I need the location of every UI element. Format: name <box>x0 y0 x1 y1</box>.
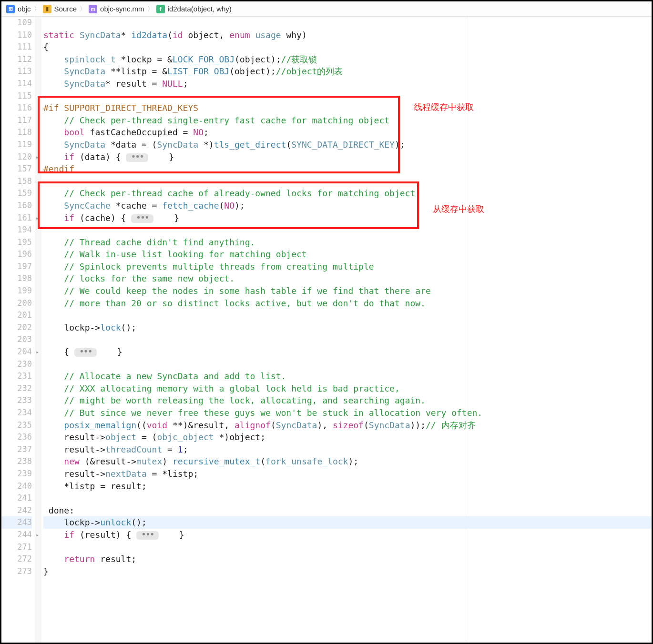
line-number: 230 <box>1 358 32 371</box>
code-line[interactable]: posix_memalign((void **)&result, alignof… <box>43 419 652 432</box>
bc-symbol[interactable]: id2data(object, why) <box>168 5 232 13</box>
code-line[interactable] <box>43 224 652 236</box>
line-number: 198 <box>1 272 32 285</box>
code-line[interactable]: lockp->unlock(); <box>43 516 652 529</box>
code-line[interactable]: return result; <box>43 553 652 565</box>
fold-ellipsis[interactable]: ••• <box>74 348 97 357</box>
code-line[interactable]: // Spinlock prevents multiple threads fr… <box>43 261 652 273</box>
line-number: 109 <box>1 17 32 29</box>
code-line[interactable]: // We could keep the nodes in some hash … <box>43 285 652 297</box>
code-line[interactable] <box>43 541 652 553</box>
code-line[interactable]: lockp->lock(); <box>43 322 652 334</box>
file-icon: m <box>89 5 97 13</box>
fold-arrow-icon[interactable]: ▸ <box>36 533 41 537</box>
func-icon: f <box>156 5 165 13</box>
line-number: 117 <box>1 114 32 127</box>
code-line[interactable]: if (result) { ••• } <box>43 529 652 541</box>
code-line[interactable]: *listp = result; <box>43 480 652 493</box>
line-number: 196 <box>1 248 32 261</box>
code-line[interactable]: // Thread cache didn't find anything. <box>43 236 652 249</box>
code-line[interactable]: // XXX allocating memory with a global l… <box>43 382 652 395</box>
line-number: 237 <box>1 443 32 456</box>
code-line[interactable] <box>43 358 652 371</box>
code-line[interactable]: result->threadCount = 1; <box>43 443 652 456</box>
breadcrumb[interactable]: ⊞ objc 〉 ▮ Source 〉 m objc-sync.mm 〉 f i… <box>1 1 652 17</box>
line-number: 161 <box>1 212 32 224</box>
line-number: 195 <box>1 236 32 249</box>
code-line[interactable]: // Walk in-use list looking for matching… <box>43 248 652 261</box>
annotation-1: 线程缓存中获取 <box>414 101 474 113</box>
line-number: 203 <box>1 333 32 346</box>
code-line[interactable]: { ••• } <box>43 346 652 358</box>
code-line[interactable] <box>43 309 652 322</box>
bc-project[interactable]: objc <box>18 5 31 13</box>
code-editor[interactable]: 1091101111121131141151161171181191201571… <box>1 17 652 643</box>
line-number: 242 <box>1 504 32 517</box>
line-number: 233 <box>1 394 32 407</box>
fold-arrow-icon[interactable]: ▸ <box>36 350 41 354</box>
fold-column[interactable]: ▸▸▸▸ <box>35 17 41 643</box>
code-line[interactable] <box>43 492 652 504</box>
line-number: 201 <box>1 309 32 322</box>
project-icon: ⊞ <box>6 5 15 13</box>
code-line[interactable]: bool fastCacheOccupied = NO; <box>43 126 652 139</box>
line-number: 241 <box>1 492 32 504</box>
code-line[interactable]: // Check per-thread cache of already-own… <box>43 187 652 200</box>
line-number: 199 <box>1 285 32 297</box>
code-line[interactable] <box>43 90 652 102</box>
code-line[interactable]: } <box>43 565 652 578</box>
fold-arrow-icon[interactable]: ▸ <box>36 155 41 160</box>
code-line[interactable]: if (data) { ••• } <box>43 151 652 163</box>
code-line[interactable]: SyncData* result = NULL; <box>43 78 652 90</box>
code-line[interactable]: // But since we never free these guys we… <box>43 407 652 419</box>
line-number: 244 <box>1 529 32 541</box>
code-line[interactable]: result->nextData = *listp; <box>43 468 652 480</box>
code-line[interactable] <box>43 17 652 29</box>
code-line[interactable] <box>43 333 652 346</box>
line-number: 157 <box>1 163 32 175</box>
code-line[interactable]: SyncCache *cache = fetch_cache(NO); <box>43 200 652 212</box>
line-number: 160 <box>1 200 32 212</box>
fold-ellipsis[interactable]: ••• <box>131 214 153 223</box>
fold-ellipsis[interactable]: ••• <box>136 531 159 540</box>
code-line[interactable]: SyncData **listp = &LIST_FOR_OBJ(object)… <box>43 65 652 78</box>
bc-file[interactable]: objc-sync.mm <box>100 5 144 13</box>
code-line[interactable]: spinlock_t *lockp = &LOCK_FOR_OBJ(object… <box>43 53 652 66</box>
line-number: 115 <box>1 90 32 102</box>
code-line[interactable]: done: <box>43 504 652 517</box>
code-line[interactable]: // Allocate a new SyncData and add to li… <box>43 370 652 382</box>
code-line[interactable]: // more than 20 or so distinct locks act… <box>43 297 652 310</box>
line-number: 194 <box>1 224 32 236</box>
fold-arrow-icon[interactable]: ▸ <box>36 216 41 221</box>
line-number: 204 <box>1 346 32 358</box>
folder-icon: ▮ <box>43 5 51 13</box>
line-number: 114 <box>1 78 32 90</box>
code-line[interactable]: result->object = (objc_object *)object; <box>43 431 652 443</box>
code-line[interactable]: new (&result->mutex) recursive_mutex_t(f… <box>43 455 652 468</box>
code-line[interactable]: static SyncData* id2data(id object, enum… <box>43 29 652 41</box>
code-line[interactable]: #endif <box>43 163 652 175</box>
code-area[interactable]: static SyncData* id2data(id object, enum… <box>41 17 652 643</box>
code-line[interactable]: { <box>43 41 652 53</box>
line-number: 118 <box>1 126 32 139</box>
code-line[interactable]: // locks for the same new object. <box>43 272 652 285</box>
line-gutter: 1091101111121131141151161171181191201571… <box>1 17 35 643</box>
line-number: 120 <box>1 151 32 163</box>
code-line[interactable]: if (cache) { ••• } <box>43 212 652 224</box>
code-line[interactable]: #if SUPPORT_DIRECT_THREAD_KEYS <box>43 102 652 114</box>
fold-ellipsis[interactable]: ••• <box>126 153 148 162</box>
code-line[interactable]: SyncData *data = (SyncData *)tls_get_dir… <box>43 139 652 151</box>
chevron-right-icon: 〉 <box>147 5 153 13</box>
line-number: 197 <box>1 261 32 273</box>
line-number: 112 <box>1 53 32 66</box>
line-number: 111 <box>1 41 32 53</box>
code-line[interactable]: // might be worth releasing the lock, al… <box>43 394 652 407</box>
annotation-2: 从缓存中获取 <box>433 203 484 215</box>
code-line[interactable]: // Check per-thread single-entry fast ca… <box>43 114 652 127</box>
bc-folder[interactable]: Source <box>54 5 77 13</box>
code-line[interactable] <box>43 175 652 188</box>
chevron-right-icon: 〉 <box>80 5 86 13</box>
line-number: 158 <box>1 175 32 188</box>
line-number: 243 <box>1 516 32 529</box>
line-number: 235 <box>1 419 32 432</box>
